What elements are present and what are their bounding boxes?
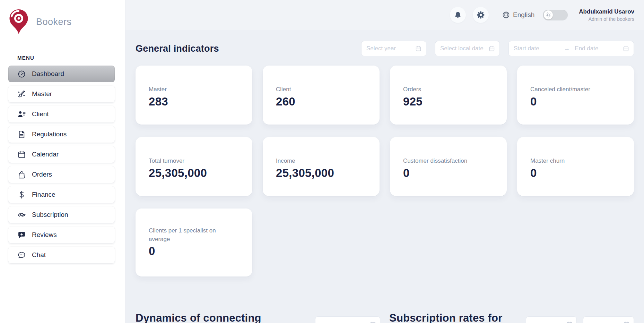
chat-icon [17,251,26,259]
stat-card-value: 0 [149,245,240,258]
sidebar-item-calendar[interactable]: Calendar [8,146,115,163]
sidebar-item-label: Dashboard [32,70,64,78]
settings-button[interactable] [473,7,489,23]
theme-toggle-knob [544,10,553,19]
stat-card-label: Customer dissatisfaction [403,157,476,165]
sidebar-item-chat[interactable]: Chat [8,247,115,263]
stat-card-master-churn: Master churn 0 [517,137,634,196]
calendar-icon [567,321,572,323]
calendar-icon [623,46,629,51]
sidebar-item-dashboard[interactable]: Dashboard [8,66,115,82]
end-date-placeholder: End date [575,45,623,52]
calendar-icon [17,150,26,159]
review-icon [17,231,26,239]
stat-card-client: Client 260 [263,66,380,125]
notifications-button[interactable] [450,7,466,23]
subscription-filter-select-1[interactable] [526,316,577,323]
user-menu[interactable]: Abdulxamid Usarov Admin of the bookers [579,8,634,22]
section-dynamics: Dynamics of connecting [136,312,380,323]
stat-card-value: 283 [149,95,240,108]
stat-card-label: Canceled client/master [530,85,603,94]
language-label: English [513,11,534,19]
brand: Bookers [0,0,125,35]
sidebar-item-label: Reviews [32,231,57,239]
stat-card-master: Master 283 [136,66,252,125]
sidebar-item-label: Orders [32,171,52,178]
sidebar-item-client[interactable]: Client [8,106,115,122]
sidebar-item-finance[interactable]: Finance [8,186,115,203]
sidebar-item-label: Finance [32,191,55,198]
stat-card-label: Clients per 1 specialist on average [149,227,221,244]
sidebar-item-label: Client [32,110,49,118]
dollar-icon [17,190,26,199]
stat-card-value: 925 [403,95,494,108]
brand-name: Bookers [36,17,72,27]
menu-section-label: MENU [17,55,125,61]
sidebar-item-label: Regulations [32,130,67,138]
dynamics-filter-select[interactable] [315,316,380,323]
stat-card-total-turnover: Total turnover 25,305,000 [136,137,252,196]
globe-icon [502,11,510,19]
stat-card-income: Income 25,305,000 [263,137,380,196]
gear-icon [477,11,485,19]
date-range-input[interactable]: Start date → End date [508,41,634,56]
stat-card-label: Total turnover [149,157,221,165]
main-content: General indicators Select year Select lo… [125,30,644,323]
sidebar-item-reviews[interactable]: Reviews [8,227,115,243]
stat-card-value: 25,305,000 [149,167,240,180]
topbar: English Abdulxamid Usarov Admin of the b… [125,0,644,30]
start-date-placeholder: Start date [514,45,564,52]
section-title-subscription-rates: Subscription rates for client [389,312,526,323]
select-local-date-placeholder: Select local date [440,45,484,52]
brush-icon [17,90,26,98]
bookers-logo-pin-icon [9,9,28,35]
section-title-dynamics: Dynamics of connecting [136,312,261,323]
stat-card-customer-dissatisfaction: Customer dissatisfaction 0 [390,137,507,196]
sun-icon [545,12,551,18]
sidebar-item-orders[interactable]: Orders [8,166,115,183]
language-selector[interactable]: English [502,11,534,19]
section-subscription-rates: Subscription rates for client [389,312,634,323]
subscription-filter-select-2[interactable] [583,316,634,323]
sidebar-menu: Dashboard Master Client Regulations Cale… [0,66,125,263]
calendar-icon [624,321,629,323]
sidebar-item-subscription[interactable]: Subscription [8,206,115,223]
user-role: Admin of the bookers [579,16,634,22]
stat-card-clients-per-1-specialist-on-average: Clients per 1 specialist on average 0 [136,209,252,277]
bell-icon [454,11,462,19]
sidebar-item-regulations[interactable]: Regulations [8,126,115,143]
theme-toggle[interactable] [543,10,568,20]
stat-card-value: 25,305,000 [276,167,367,180]
gauge-icon [17,70,26,78]
stat-card-canceled-client-master: Canceled client/master 0 [517,66,634,125]
stat-cards-grid: Master 283 Client 260 Orders 925 Cancele… [136,66,634,277]
select-year-input[interactable]: Select year [361,41,426,56]
document-icon [17,130,26,138]
stat-card-label: Orders [403,85,476,94]
calendar-icon [370,321,376,323]
select-local-date-input[interactable]: Select local date [435,41,500,56]
stat-card-orders: Orders 925 [390,66,507,125]
calendar-icon [489,46,495,51]
sidebar-item-label: Chat [32,251,46,259]
sidebar-item-label: Subscription [32,211,68,219]
page-title: General indicators [136,43,219,54]
handshake-icon [17,211,26,219]
sidebar: Bookers MENU Dashboard Master Client Reg… [0,0,125,323]
stat-card-value: 260 [276,95,367,108]
person-list-icon [17,110,26,118]
calendar-icon [416,46,421,51]
stat-card-label: Master churn [530,157,603,165]
bottom-sections: Dynamics of connecting Subscription rate… [136,312,634,323]
stat-card-value: 0 [530,167,621,180]
sidebar-item-master[interactable]: Master [8,86,115,102]
sidebar-item-label: Calendar [32,151,59,158]
sidebar-item-label: Master [32,90,52,98]
stat-card-value: 0 [530,95,621,108]
user-name: Abdulxamid Usarov [579,8,634,15]
select-year-placeholder: Select year [366,45,396,52]
bag-icon [17,170,26,179]
stat-card-label: Master [149,85,221,94]
range-arrow-icon: → [564,45,570,52]
date-filters: Select year Select local date [361,41,634,56]
